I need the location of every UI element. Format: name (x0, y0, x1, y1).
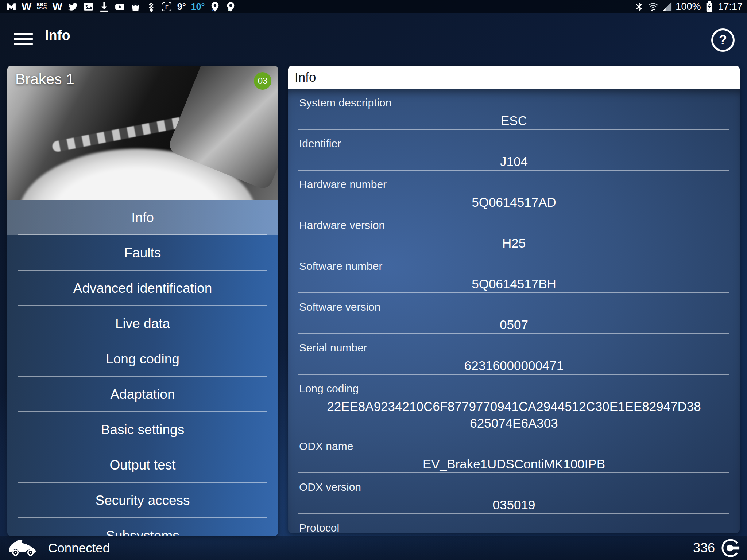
svg-text:G: G (213, 8, 215, 12)
help-icon[interactable]: ? (711, 28, 735, 52)
field-label: Identifier (299, 137, 729, 150)
footer-bar: Connected 336 (0, 536, 747, 560)
car-icon (8, 538, 42, 557)
connection-status: Connected (48, 541, 110, 555)
grapes-icon (146, 1, 156, 12)
w-badge-icon-2: W (52, 1, 62, 12)
shopping-bag-icon (130, 1, 141, 12)
field-label: ODX name (299, 440, 729, 453)
youtube-icon (115, 1, 125, 12)
app-bar: Info ? (0, 13, 747, 66)
menu-item-advanced-identification[interactable]: Advanced identification (7, 271, 278, 306)
field-value: 035019 (299, 494, 729, 514)
clock: 17:17 (718, 1, 743, 12)
map-pin-icon: G (210, 1, 220, 12)
menu-item-info[interactable]: Info (7, 200, 278, 235)
field-value: H25 (299, 232, 729, 252)
menu-item-live-data[interactable]: Live data (7, 306, 278, 341)
field-label: Hardware number (299, 178, 729, 191)
field-row-protocol: Protocol (288, 514, 740, 533)
field-label: System description (299, 96, 729, 109)
svg-text:G: G (228, 8, 231, 12)
download-icon (99, 1, 109, 12)
field-row-software-number: Software number 5Q0614517BH (288, 252, 740, 293)
w-badge-icon: W (22, 1, 31, 12)
field-value: 22EE8A9234210C6F8779770941CA2944512C30E1… (324, 395, 704, 432)
twitter-icon (67, 1, 78, 12)
menu-item-security-access[interactable]: Security access (7, 483, 278, 518)
field-row-odx-version: ODX version 035019 (288, 473, 740, 514)
field-row-hardware-version: Hardware version H25 (288, 211, 740, 252)
menu-item-label: Info (131, 210, 154, 225)
temperature-white: 9° (177, 1, 186, 12)
field-label: Long coding (299, 382, 729, 395)
field-row-odx-name: ODX name EV_Brake1UDSContiMK100IPB (288, 432, 740, 473)
menu-item-output-test[interactable]: Output test (7, 447, 278, 483)
field-value: 0507 (299, 314, 729, 334)
gmail-icon (6, 1, 16, 12)
battery-charging-icon (704, 1, 715, 12)
wifi-icon (648, 1, 658, 12)
screen: W BBC NEWS W (0, 0, 747, 560)
field-row-serial-number: Serial number 62316000000471 (288, 334, 740, 375)
menu-item-label: Faults (124, 245, 161, 261)
menu-item-label: Advanced identification (73, 281, 212, 296)
info-fields: System description ESC Identifier J104 H… (288, 89, 740, 533)
panel-title: Info (288, 66, 740, 89)
menu-item-label: Basic settings (101, 422, 184, 438)
field-value: 5Q0614517AD (299, 191, 729, 211)
field-value: EV_Brake1UDSContiMK100IPB (299, 453, 729, 473)
brake-photo: Brakes 1 03 (7, 66, 278, 200)
field-value: J104 (299, 150, 729, 171)
fault-count-badge: 03 (254, 72, 271, 90)
field-value: 5Q0614517BH (299, 273, 729, 293)
credits-icon[interactable] (721, 538, 740, 558)
menu-item-basic-settings[interactable]: Basic settings (7, 412, 278, 447)
field-row-system-description: System description ESC (288, 89, 740, 130)
field-row-hardware-number: Hardware number 5Q0614517AD (288, 171, 740, 211)
menu-item-label: Adaptation (111, 387, 175, 402)
menu-item-label: Long coding (106, 351, 179, 367)
system-status-icons: 100% 17:17 (634, 1, 747, 12)
signal-icon (662, 1, 672, 12)
bbc-news-icon: BBC NEWS (36, 3, 47, 10)
hamburger-menu-icon[interactable] (14, 33, 33, 45)
menu-item-long-coding[interactable]: Long coding (7, 341, 278, 377)
module-title: Brakes 1 (15, 71, 74, 88)
field-value: 62316000000471 (299, 354, 729, 375)
svg-text:F: F (165, 4, 169, 10)
credits-count: 336 (693, 540, 715, 556)
temperature-blue: 10° (191, 1, 205, 12)
field-row-identifier: Identifier J104 (288, 130, 740, 171)
field-label: Hardware version (299, 219, 729, 232)
notification-icons: W BBC NEWS W (0, 1, 236, 12)
field-label: Protocol (299, 521, 729, 533)
status-bar: W BBC NEWS W (0, 0, 747, 13)
menu-item-adaptation[interactable]: Adaptation (7, 377, 278, 412)
page-title: Info (45, 28, 70, 43)
module-card: Brakes 1 03 Info Faults Advanced identif… (7, 66, 278, 536)
gallery-icon (83, 1, 94, 12)
field-value: ESC (299, 109, 729, 130)
screen-frame-icon: F (162, 1, 172, 12)
field-label: Serial number (299, 341, 729, 354)
field-row-software-version: Software version 0507 (288, 293, 740, 334)
menu-item-subsystems[interactable]: Subsystems (7, 518, 278, 536)
menu-item-faults[interactable]: Faults (7, 235, 278, 271)
menu-item-label: Output test (110, 458, 176, 473)
field-label: Software version (299, 300, 729, 314)
info-panel: Info System description ESC Identifier J… (288, 66, 740, 533)
menu-item-label: Live data (115, 316, 170, 331)
menu-item-label: Subsystems (106, 528, 179, 536)
field-label: ODX version (299, 481, 729, 494)
field-label: Software number (299, 260, 729, 273)
battery-percent: 100% (676, 1, 701, 12)
module-menu: Info Faults Advanced identification Live… (7, 200, 278, 536)
map-pin-icon-2: G (225, 1, 236, 12)
field-row-long-coding: Long coding 22EE8A9234210C6F8779770941CA… (288, 375, 740, 432)
bluetooth-icon (634, 1, 645, 12)
menu-item-label: Security access (95, 493, 190, 508)
